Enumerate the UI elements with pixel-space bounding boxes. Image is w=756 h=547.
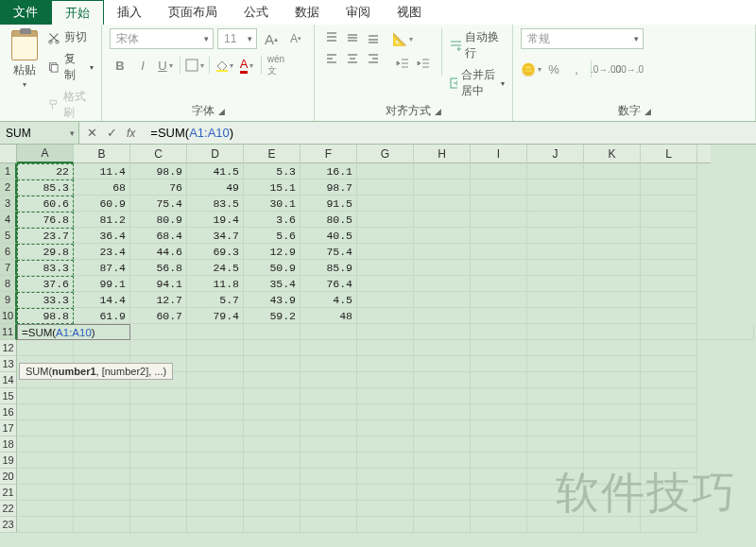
cell-K13[interactable] [584, 356, 641, 372]
column-header-L[interactable]: L [641, 145, 697, 163]
align-left[interactable] [322, 49, 341, 68]
insert-function-button[interactable]: fx [127, 127, 135, 140]
cell-F9[interactable]: 4.5 [301, 292, 357, 308]
formula-input[interactable]: =SUM(A1:A10) [143, 122, 756, 144]
align-dialog-launcher[interactable]: ◢ [435, 107, 441, 116]
cell-F5[interactable]: 40.5 [301, 228, 357, 244]
cell-F11[interactable] [357, 324, 414, 340]
cell-D2[interactable]: 49 [187, 179, 244, 196]
cell-I19[interactable] [471, 453, 527, 469]
cell-A18[interactable] [17, 436, 74, 453]
row-header-3[interactable]: 3 [0, 196, 17, 212]
cell-F22[interactable] [301, 501, 357, 517]
cell-F14[interactable] [301, 372, 357, 388]
cell-C17[interactable] [130, 420, 187, 436]
cell-L15[interactable] [641, 388, 697, 404]
cell-K11[interactable] [641, 324, 697, 340]
cell-H19[interactable] [414, 453, 471, 469]
formula-cancel-button[interactable]: ✕ [87, 126, 97, 140]
row-header-19[interactable]: 19 [0, 453, 17, 469]
cell-H23[interactable] [414, 517, 471, 533]
phonetic-button[interactable]: wén文 [266, 55, 286, 76]
cell-G6[interactable] [357, 244, 414, 260]
cell-E14[interactable] [244, 372, 301, 388]
paste-button[interactable]: 粘贴 ▾ [8, 28, 42, 91]
column-header-A[interactable]: A [17, 145, 74, 163]
row-header-11[interactable]: 11 [0, 324, 17, 340]
cell-J21[interactable] [527, 485, 584, 501]
cell-H2[interactable] [414, 179, 471, 196]
cell-L14[interactable] [641, 372, 697, 388]
cell-I14[interactable] [471, 372, 527, 388]
cell-D22[interactable] [187, 501, 244, 517]
accounting-format-button[interactable]: 🪙 [521, 59, 541, 79]
cell-F7[interactable]: 85.9 [301, 260, 357, 276]
row-header-13[interactable]: 13 [0, 356, 17, 372]
select-all-corner[interactable] [0, 145, 17, 163]
cell-H16[interactable] [414, 404, 471, 420]
cell-L12[interactable] [641, 340, 697, 356]
cell-A9[interactable]: 33.3 [17, 292, 74, 308]
cell-C4[interactable]: 80.9 [130, 212, 187, 228]
cell-G19[interactable] [357, 453, 414, 469]
cell-J6[interactable] [527, 244, 584, 260]
cell-K14[interactable] [584, 372, 641, 388]
cell-J23[interactable] [527, 517, 584, 533]
cell-H11[interactable] [471, 324, 527, 340]
cell-I3[interactable] [471, 196, 527, 212]
cell-A17[interactable] [17, 420, 74, 436]
cell-H9[interactable] [414, 292, 471, 308]
cell-L5[interactable] [641, 228, 697, 244]
cell-E22[interactable] [244, 501, 301, 517]
row-header-22[interactable]: 22 [0, 501, 17, 517]
tab-layout[interactable]: 页面布局 [155, 0, 231, 25]
cell-A6[interactable]: 29.8 [17, 244, 74, 260]
cell-F3[interactable]: 91.5 [301, 196, 357, 212]
column-header-K[interactable]: K [584, 145, 641, 163]
cell-K5[interactable] [584, 228, 641, 244]
align-top[interactable] [322, 28, 341, 47]
cell-J8[interactable] [527, 276, 584, 292]
font-color-button[interactable]: A [236, 55, 257, 76]
cell-F16[interactable] [301, 404, 357, 420]
decrease-indent-button[interactable] [392, 53, 413, 74]
cell-F6[interactable]: 75.4 [301, 244, 357, 260]
cell-I23[interactable] [471, 517, 527, 533]
font-size-combo[interactable]: 11 [217, 28, 257, 49]
cell-I10[interactable] [471, 308, 527, 324]
cell-G3[interactable] [357, 196, 414, 212]
row-header-20[interactable]: 20 [0, 469, 17, 485]
cell-G23[interactable] [357, 517, 414, 533]
cell-J12[interactable] [527, 340, 584, 356]
cell-C16[interactable] [130, 404, 187, 420]
cell-F23[interactable] [301, 517, 357, 533]
cell-I4[interactable] [471, 212, 527, 228]
cell-D4[interactable]: 19.4 [187, 212, 244, 228]
cell-C12[interactable] [130, 340, 187, 356]
cell-G7[interactable] [357, 260, 414, 276]
cell-J10[interactable] [527, 308, 584, 324]
cell-D1[interactable]: 41.5 [187, 163, 244, 179]
cell-A5[interactable]: 23.7 [17, 228, 74, 244]
cell-A19[interactable] [17, 453, 74, 469]
cell-I11[interactable] [527, 324, 584, 340]
cell-J7[interactable] [527, 260, 584, 276]
cell-A20[interactable] [17, 469, 74, 485]
cell-D14[interactable] [187, 372, 244, 388]
row-header-16[interactable]: 16 [0, 404, 17, 420]
cell-H5[interactable] [414, 228, 471, 244]
row-header-1[interactable]: 1 [0, 163, 17, 179]
cell-E3[interactable]: 30.1 [244, 196, 301, 212]
decrease-decimal-button[interactable]: .00→.0 [618, 59, 639, 79]
column-header-G[interactable]: G [357, 145, 414, 163]
tab-insert[interactable]: 插入 [104, 0, 155, 25]
cell-E19[interactable] [244, 453, 301, 469]
cell-I9[interactable] [471, 292, 527, 308]
cell-C10[interactable]: 60.7 [130, 308, 187, 324]
cell-C21[interactable] [130, 485, 187, 501]
cell-B21[interactable] [74, 485, 130, 501]
cell-E20[interactable] [244, 469, 301, 485]
cell-B23[interactable] [74, 517, 130, 533]
cell-H14[interactable] [414, 372, 471, 388]
cell-K18[interactable] [584, 436, 641, 453]
